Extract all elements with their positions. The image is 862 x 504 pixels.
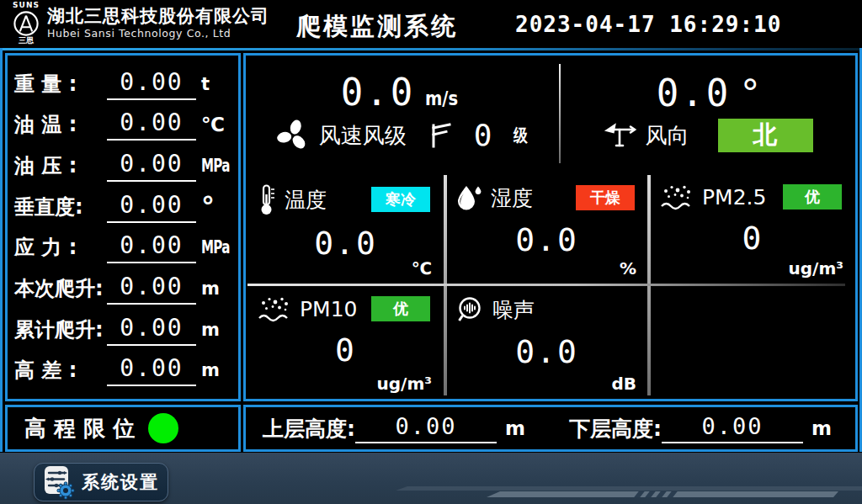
sensor-cell-humidity: 湿度 干燥 0.0 % — [444, 172, 648, 284]
metric-label: 油 压 : — [14, 152, 107, 179]
wind-speed-unit: m/s — [425, 88, 458, 109]
status-badge: 优 — [783, 184, 842, 210]
wind-level-value: 0 — [474, 120, 492, 151]
sensor-unit: % — [620, 258, 636, 279]
sensor-unit: ug/m³ — [377, 374, 432, 394]
upper-height-value: 0.00 — [355, 413, 497, 443]
lower-height-unit: m — [811, 417, 832, 439]
toolbar: 系统设置 — [0, 453, 862, 504]
noise-icon — [455, 295, 484, 324]
logo-circle-a-icon — [12, 9, 40, 38]
elevation-limit-box: 高 程 限 位 — [5, 405, 241, 452]
wind-level-unit: 级 — [513, 124, 528, 147]
metrics-panel: 重 量 : 0.00 t 油 温 : 0.00 ℃ 油 压 : 0.00 MPa… — [5, 53, 241, 401]
header-divider — [0, 48, 862, 50]
wind-direction-unit: ° — [741, 75, 759, 112]
settings-icon — [43, 464, 75, 500]
suns-logo-icon: SUNS 三思 — [12, 2, 40, 45]
metric-value: 0.00 — [107, 109, 196, 141]
fan-icon — [275, 118, 311, 153]
logo-bottom-text: 三思 — [19, 37, 34, 45]
sensor-label: 湿度 — [491, 184, 533, 212]
sensor-cell-pm25: PM2.5 优 0 ug/m³ — [648, 172, 855, 284]
lower-height-value: 0.00 — [662, 413, 803, 443]
pm25-icon — [660, 183, 694, 210]
metric-row-verticality: 垂直度: 0.00 ° — [14, 191, 231, 223]
upper-height-unit: m — [505, 417, 525, 439]
metric-unit: MPa — [201, 237, 223, 257]
layer-heights-box: 上层高度: 0.00 m 下层高度: 0.00 m — [243, 405, 858, 452]
wind-speed-value: 0.0 — [341, 74, 415, 111]
upper-height-label: 上层高度: — [263, 415, 355, 443]
metric-label: 累计爬升: — [14, 316, 107, 343]
metric-value: 0.00 — [107, 273, 196, 305]
metric-unit: m — [201, 360, 231, 380]
logo-top-text: SUNS — [13, 2, 40, 9]
metric-label: 重 量 : — [14, 71, 107, 98]
sensor-label: PM2.5 — [702, 185, 766, 210]
pm10-icon — [258, 295, 291, 322]
status-badge: 优 — [371, 296, 430, 321]
metric-value: 0.00 — [107, 150, 196, 182]
metric-row-weight: 重 量 : 0.00 t — [14, 68, 231, 100]
wind-direction-block: 0.0 ° 风向 北 — [561, 56, 855, 172]
status-badge: 干燥 — [576, 185, 635, 210]
sensor-label: 温度 — [285, 186, 327, 214]
metric-value: 0.00 — [107, 68, 196, 100]
metric-label: 油 温 : — [14, 111, 107, 138]
company-logo: SUNS 三思 湖北三思科技股份有限公司 Hubei Sansi Technol… — [12, 2, 269, 45]
climbing-formwork-monitor-screen: SUNS 三思 湖北三思科技股份有限公司 Hubei Sansi Technol… — [0, 0, 862, 504]
company-name-cn: 湖北三思科技股份有限公司 — [47, 7, 269, 26]
wind-direction-label: 风向 — [646, 121, 689, 151]
decorative-stripe-shadow — [396, 486, 862, 491]
header: SUNS 三思 湖北三思科技股份有限公司 Hubei Sansi Technol… — [0, 0, 862, 48]
sensor-label: 噪声 — [492, 296, 535, 324]
metric-unit: m — [201, 320, 231, 340]
metric-label: 高 差 : — [14, 357, 107, 384]
metric-label: 垂直度: — [14, 194, 107, 220]
datetime-display: 2023-04-17 16:29:10 — [515, 12, 781, 37]
sensor-grid: 温度 寒冷 0.0 ℃ 湿度 干燥 0.0 % — [246, 172, 855, 399]
metric-unit: ° — [201, 200, 231, 214]
wind-direction-value: 0.0 — [657, 75, 731, 112]
sensor-cell-pm10: PM10 优 0 ug/m³ — [246, 284, 444, 399]
wind-speed-block: 0.0 m/s 风速风级 — [246, 56, 559, 172]
wind-direction-indicator: 北 — [718, 119, 813, 152]
wind-vane-icon — [604, 122, 637, 149]
thermometer-icon — [258, 183, 276, 215]
settings-button-label: 系统设置 — [82, 470, 159, 494]
lower-height-label: 下层高度: — [569, 415, 662, 443]
sensor-value: 0 — [660, 222, 845, 254]
company-name-en: Hubei Sansi Technology Co., Ltd — [47, 27, 269, 40]
sensor-value: 0.0 — [455, 336, 638, 368]
system-settings-button[interactable]: 系统设置 — [34, 463, 168, 501]
sensor-cell-temperature: 温度 寒冷 0.0 ℃ — [246, 172, 444, 284]
metric-unit: MPa — [201, 156, 223, 176]
metric-row-height-diff: 高 差 : 0.00 m — [14, 354, 231, 386]
sensor-label: PM10 — [300, 297, 357, 321]
status-badge: 寒冷 — [371, 187, 430, 212]
sensor-value: 0.0 — [455, 224, 638, 256]
sensor-unit: dB — [611, 374, 636, 394]
metric-row-oil-pressure: 油 压 : 0.00 MPa — [14, 150, 231, 182]
metric-value: 0.00 — [107, 314, 196, 346]
metric-row-stress: 应 力 : 0.00 MPa — [14, 231, 231, 263]
environment-panel: 0.0 m/s 风速风级 — [243, 53, 858, 401]
sensor-unit: ℃ — [412, 258, 432, 279]
page-title: 爬模监测系统 — [296, 10, 458, 44]
company-name: 湖北三思科技股份有限公司 Hubei Sansi Technology Co.,… — [47, 7, 269, 40]
lower-height-group: 下层高度: 0.00 m — [569, 413, 832, 443]
sensor-value: 0.0 — [258, 227, 434, 259]
metric-label: 本次爬升: — [14, 275, 107, 302]
upper-height-group: 上层高度: 0.00 m — [263, 413, 525, 443]
wind-level-flag-icon — [430, 122, 452, 149]
metric-unit: m — [201, 279, 231, 299]
elevation-limit-label: 高 程 限 位 — [24, 414, 135, 443]
wind-speed-label: 风速风级 — [319, 121, 407, 151]
droplet-icon — [455, 183, 482, 212]
elevation-limit-status-light — [148, 413, 178, 443]
metric-label: 应 力 : — [14, 234, 107, 261]
metric-value: 0.00 — [107, 191, 196, 223]
empty-cell — [648, 284, 855, 399]
metric-row-current-climb: 本次爬升: 0.00 m — [14, 273, 231, 305]
